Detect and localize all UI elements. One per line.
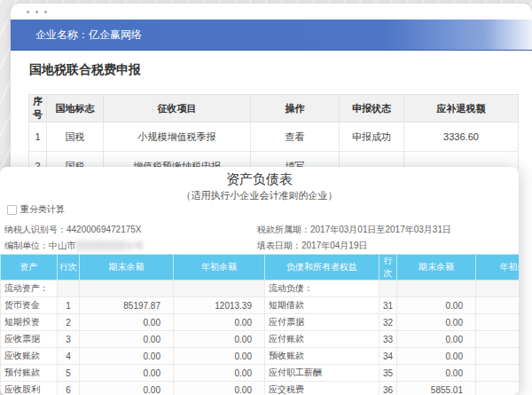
liability-ending-balance-cell[interactable]: 0.00 bbox=[397, 297, 476, 314]
liability-line-cell bbox=[379, 280, 397, 297]
collection-item-cell: 小规模增值税季报 bbox=[104, 122, 251, 152]
liability-beginning-balance-cell[interactable] bbox=[476, 348, 520, 365]
col-header-amount: 应补退税额 bbox=[404, 95, 519, 122]
status-cell: 申报成功 bbox=[340, 122, 404, 152]
asset-beginning-balance-cell[interactable]: 0.00 bbox=[174, 365, 265, 382]
liability-line-cell: 35 bbox=[379, 365, 397, 382]
asset-beginning-balance-cell[interactable]: 12013.39 bbox=[174, 297, 265, 314]
liability-ending-balance-cell[interactable]: 5855.01 bbox=[397, 382, 476, 395]
prepared-by-redacted: ▒▒▒▒▒▒▒▒公司 bbox=[75, 241, 144, 250]
balance-sheet-row: 预付账款 5 0.00 0.00 应付职工薪酬 35 0.00 bbox=[1, 365, 520, 382]
col-header-action: 操作 bbox=[251, 95, 340, 122]
declaration-table-header: 序号 国地标志 征收项目 操作 申报状态 应补退税额 bbox=[29, 95, 519, 122]
col-header-flag: 国地标志 bbox=[47, 95, 104, 122]
asset-ending-balance-cell[interactable]: 0.00 bbox=[80, 348, 174, 365]
asset-label-cell: 预付账款 bbox=[1, 365, 58, 382]
col-header-item: 征收项目 bbox=[104, 95, 251, 122]
taxpayer-id-label: 纳税人识别号： bbox=[4, 225, 66, 234]
prepared-by-field: 编制单位：中山市▒▒▒▒▒▒▒▒公司 bbox=[4, 240, 144, 252]
liability-label-cell: 流动负债： bbox=[265, 280, 379, 297]
asset-beginning-balance-cell[interactable]: 0.00 bbox=[174, 382, 265, 395]
liability-line-cell: 33 bbox=[379, 331, 397, 348]
company-name-label: 企业名称：亿企赢网络 bbox=[35, 28, 142, 41]
taxpayer-id-value: 44200069472175X bbox=[66, 225, 142, 234]
balance-sheet-row: 短期投资 2 0.00 0.00 应付票据 32 0.00 bbox=[1, 314, 520, 331]
tax-period-field: 税款所属期：2017年03月01日至2017年03月31日 bbox=[257, 224, 451, 236]
tax-period-value: 2017年03月01日至2017年03月31日 bbox=[310, 225, 451, 234]
modal-title: 资产负债表 bbox=[0, 171, 519, 188]
asset-line-cell: 2 bbox=[58, 314, 80, 331]
col-header-asset-end: 期末余额 bbox=[80, 255, 174, 280]
col-header-asset-line: 行次 bbox=[58, 255, 80, 280]
liability-ending-balance-cell[interactable]: 0.00 bbox=[397, 365, 476, 382]
asset-ending-balance-cell[interactable]: 85197.87 bbox=[80, 297, 174, 314]
liability-beginning-balance-cell[interactable] bbox=[476, 280, 520, 297]
liability-beginning-balance-cell[interactable] bbox=[476, 365, 520, 382]
fill-date-field: 填表日期：2017年04月19日 bbox=[257, 240, 368, 252]
asset-ending-balance-cell[interactable] bbox=[80, 280, 174, 297]
balance-sheet-modal: 资产负债表 （适用执行小企业会计准则的企业） 重分类计算 纳税人识别号：4420… bbox=[0, 167, 519, 395]
asset-line-cell bbox=[58, 280, 80, 297]
col-header-liability-end: 期末余额 bbox=[397, 255, 476, 280]
balance-sheet-row: 流动资产： 流动负债： bbox=[1, 280, 520, 297]
window-dot-icon[interactable] bbox=[44, 11, 47, 13]
action-link[interactable]: 查看 bbox=[251, 122, 340, 152]
window-controls[interactable] bbox=[27, 11, 47, 13]
liability-label-cell: 应交税费 bbox=[265, 382, 379, 395]
col-header-no: 序号 bbox=[29, 95, 47, 122]
liability-beginning-balance-cell[interactable] bbox=[476, 297, 520, 314]
fill-date-value: 2017年04月19日 bbox=[301, 241, 368, 250]
liability-ending-balance-cell[interactable] bbox=[397, 280, 476, 297]
col-header-status: 申报状态 bbox=[340, 95, 404, 122]
asset-ending-balance-cell[interactable]: 0.00 bbox=[80, 365, 174, 382]
asset-line-cell: 6 bbox=[58, 382, 80, 395]
liability-beginning-balance-cell[interactable] bbox=[476, 382, 520, 395]
balance-sheet-header: 资产 行次 期末余额 年初余额 负债和所有者权益 行次 期末余额 年初余额 bbox=[1, 255, 520, 280]
col-header-asset-begin: 年初余额 bbox=[174, 255, 265, 280]
asset-line-cell: 4 bbox=[58, 348, 80, 365]
reclassify-checkbox[interactable] bbox=[7, 205, 17, 215]
asset-line-cell: 1 bbox=[58, 297, 80, 314]
col-header-asset: 资产 bbox=[1, 255, 58, 280]
asset-ending-balance-cell[interactable]: 0.00 bbox=[80, 331, 174, 348]
col-header-liability: 负债和所有者权益 bbox=[265, 255, 379, 280]
reclassify-option[interactable]: 重分类计算 bbox=[7, 203, 65, 216]
liability-beginning-balance-cell[interactable] bbox=[476, 331, 520, 348]
asset-beginning-balance-cell[interactable]: 0.00 bbox=[174, 314, 265, 331]
prepared-by-prefix: 中山市 bbox=[49, 241, 75, 250]
asset-label-cell: 货币资金 bbox=[1, 297, 58, 314]
liability-label-cell: 应付票据 bbox=[265, 314, 379, 331]
liability-beginning-balance-cell[interactable] bbox=[476, 314, 520, 331]
tax-flag-cell: 国税 bbox=[47, 122, 104, 152]
liability-ending-balance-cell[interactable]: 0.00 bbox=[397, 331, 476, 348]
app-header-bar: 企业名称：亿企赢网络 bbox=[11, 20, 532, 51]
asset-beginning-balance-cell[interactable]: 0.00 bbox=[174, 348, 265, 365]
asset-label-cell: 应收股利 bbox=[1, 382, 58, 395]
col-header-liability-line: 行次 bbox=[379, 255, 397, 280]
asset-label-cell: 应收票据 bbox=[1, 331, 58, 348]
liability-line-cell: 36 bbox=[379, 382, 397, 395]
balance-sheet-table: 资产 行次 期末余额 年初余额 负债和所有者权益 行次 期末余额 年初余额 流动… bbox=[0, 254, 519, 395]
asset-line-cell: 3 bbox=[58, 331, 80, 348]
window-dot-icon[interactable] bbox=[35, 11, 38, 13]
reclassify-label: 重分类计算 bbox=[20, 203, 65, 216]
asset-line-cell: 5 bbox=[58, 365, 80, 382]
liability-label-cell: 预收账款 bbox=[265, 348, 379, 365]
liability-ending-balance-cell[interactable]: 0.00 bbox=[397, 348, 476, 365]
modal-subtitle: （适用执行小企业会计准则的企业） bbox=[0, 189, 519, 202]
asset-beginning-balance-cell[interactable] bbox=[174, 280, 265, 297]
liability-label-cell: 短期借款 bbox=[265, 297, 379, 314]
amount-cell: 3336.60 bbox=[404, 122, 519, 152]
liability-ending-balance-cell[interactable]: 0.00 bbox=[397, 314, 476, 331]
asset-ending-balance-cell[interactable]: 0.00 bbox=[80, 314, 174, 331]
asset-label-cell: 应收账款 bbox=[1, 348, 58, 365]
asset-ending-balance-cell[interactable]: 0.00 bbox=[80, 382, 174, 395]
page-title: 国地税联合税费申报 bbox=[29, 62, 141, 78]
asset-beginning-balance-cell[interactable]: 0.00 bbox=[174, 331, 265, 348]
window-dot-icon[interactable] bbox=[27, 11, 29, 13]
balance-sheet-row: 应收股利 6 0.00 0.00 应交税费 36 5855.01 bbox=[1, 382, 520, 395]
liability-line-cell: 31 bbox=[379, 297, 397, 314]
asset-label-cell: 流动资产： bbox=[1, 280, 58, 297]
balance-sheet-row: 应收账款 4 0.00 0.00 预收账款 34 0.00 bbox=[1, 348, 520, 365]
asset-label-cell: 短期投资 bbox=[1, 314, 58, 331]
